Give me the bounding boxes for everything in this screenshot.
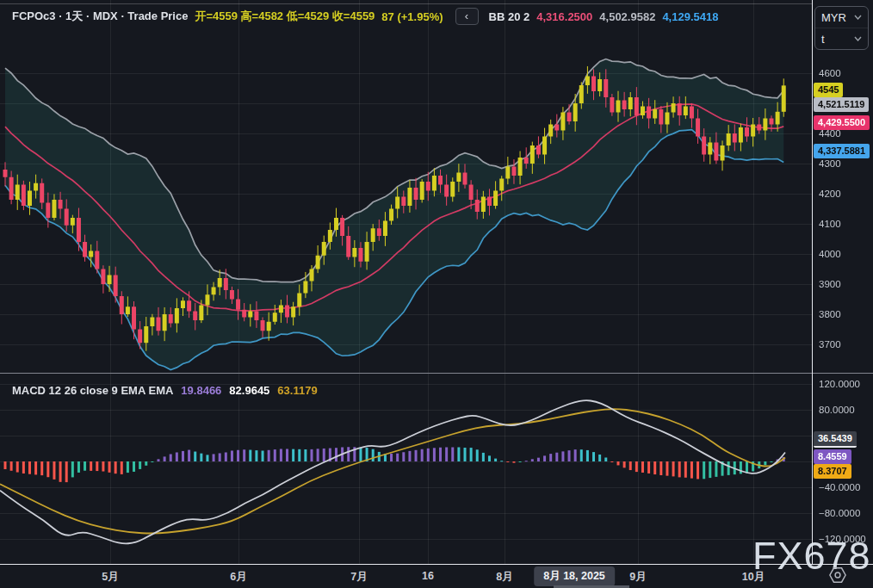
ohlc-values: 开=4559 高=4582 低=4529 收=4559: [195, 9, 375, 24]
time-tick-label: 10月: [742, 570, 765, 585]
macd-line-value: 82.9645: [229, 384, 269, 397]
pane-divider: [0, 373, 873, 374]
chevron-down-icon: [854, 15, 862, 20]
time-axis[interactable]: 5月6月7月168月9月10月8月 18, 2025: [0, 564, 873, 588]
time-tick-label: 8月: [496, 570, 512, 585]
axis-price-tag: 8.4559: [814, 449, 851, 464]
time-tick-label: 9月: [629, 570, 646, 585]
macd-legend-label: MACD 12 26 close 9 EMA EMA: [12, 384, 173, 397]
currency-selector: MYR t: [814, 6, 869, 50]
axis-tick-label: 4200: [819, 189, 841, 199]
symbol-legend: FCPOc3 · 1天 · MDX · Trade Price: [12, 9, 188, 24]
time-tick-label: 6月: [230, 570, 246, 585]
axis-tick-label: −40.0000: [819, 482, 860, 492]
axis-tick-label: 4100: [819, 219, 841, 229]
axis-tick-label: 4600: [819, 68, 841, 78]
macd-legend: MACD 12 26 close 9 EMA EMA 19.8466 82.96…: [12, 384, 318, 397]
unit-label: t: [821, 33, 825, 46]
currency-dropdown[interactable]: MYR: [815, 7, 868, 28]
price-axis[interactable]: 4600450044004300420041004000390038003700…: [812, 0, 873, 564]
axis-tick-label: 120.0000: [819, 379, 860, 389]
axis-tick-label: 80.0000: [819, 405, 855, 415]
axis-tick-label: 3900: [819, 279, 841, 289]
time-tick-label: 7月: [350, 570, 367, 585]
currency-label: MYR: [821, 11, 846, 24]
chart-app: FCPOc3 · 1天 · MDX · Trade Price 开=4559 高…: [0, 0, 873, 588]
bb-lower-value: 4,129.5418: [662, 10, 718, 23]
axis-tick-label: 4000: [819, 249, 841, 259]
legend-row: FCPOc3 · 1天 · MDX · Trade Price 开=4559 高…: [12, 8, 718, 25]
axis-price-tag: 4,521.5119: [814, 97, 869, 112]
selected-date-label: 8月 18, 2025: [534, 566, 615, 586]
axis-price-tag: 4,337.5881: [814, 144, 870, 158]
change-value: 87 (+1.95%): [381, 10, 443, 23]
chevron-down-icon: [854, 36, 862, 41]
bb-mid-value: 4,316.2500: [536, 10, 592, 23]
axis-tick-label: 4300: [819, 158, 841, 169]
macd-signal-value: 63.1179: [277, 384, 317, 397]
bb-upper-value: 4,502.9582: [599, 10, 655, 23]
axis-price-tag: 4545: [814, 83, 843, 97]
axis-tick-label: 3800: [819, 309, 841, 319]
axis-tick-label: 3700: [819, 339, 841, 350]
bb-legend-label: BB 20 2: [489, 10, 530, 23]
axis-price-tag: 36.5439: [814, 431, 857, 448]
axis-price-tag: 4,429.5500: [814, 115, 870, 130]
legend-collapse-button[interactable]: ‹: [455, 8, 479, 25]
pane-top-border: [0, 3, 812, 4]
axis-price-tag: 8.3707: [814, 464, 851, 479]
hexagon-settings-icon[interactable]: [828, 566, 847, 587]
chart-canvas[interactable]: [0, 0, 812, 564]
time-tick-label: 16: [422, 570, 434, 582]
axis-tick-label: −80.0000: [819, 508, 860, 518]
macd-hist-value: 19.8466: [181, 384, 221, 397]
time-tick-label: 5月: [102, 570, 118, 585]
unit-dropdown[interactable]: t: [815, 28, 868, 49]
axis-tick-label: −120.0000: [819, 534, 866, 544]
